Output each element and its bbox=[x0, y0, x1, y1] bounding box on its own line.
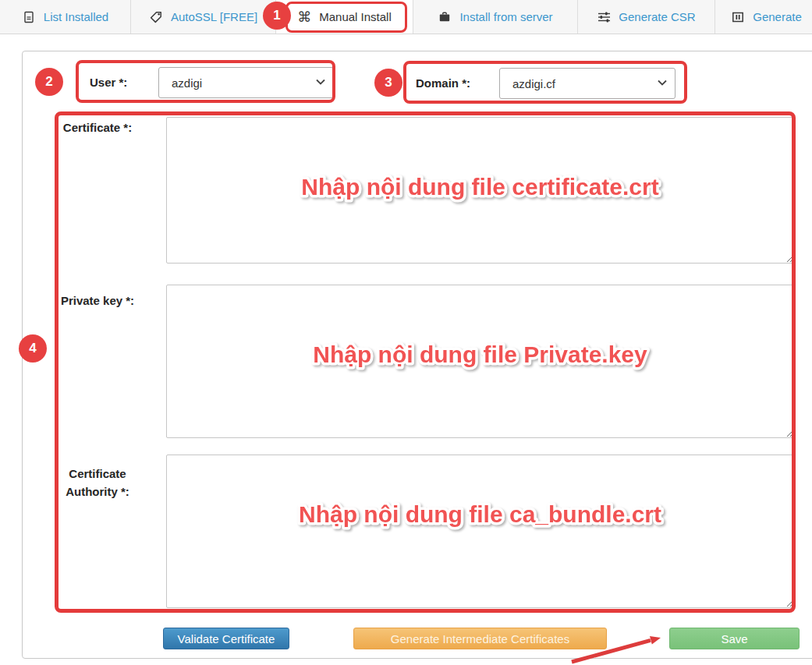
domain-select[interactable]: azdigi.cf bbox=[499, 68, 675, 99]
manual-ssl-install-screen: List Installed AutoSSL [FREE] ⌘ Manual I… bbox=[0, 0, 812, 665]
certificate-authority-label: CertificateAuthority *: bbox=[43, 465, 152, 501]
private-key-textarea[interactable] bbox=[166, 285, 794, 438]
tab-autossl-free[interactable]: AutoSSL [FREE] bbox=[131, 0, 276, 34]
ssl-tab-bar: List Installed AutoSSL [FREE] ⌘ Manual I… bbox=[0, 0, 812, 34]
user-select-wrap: azdigi bbox=[158, 67, 334, 98]
text-size-icon bbox=[731, 10, 745, 24]
sliders-icon bbox=[597, 10, 611, 24]
user-label: User *: bbox=[90, 76, 127, 89]
tag-icon bbox=[149, 10, 163, 24]
certificate-label: Certificate *: bbox=[43, 121, 152, 134]
tab-label: Manual Install bbox=[319, 10, 392, 23]
tab-generate-self-signed[interactable]: Generate bbox=[715, 0, 812, 34]
certificate-authority-textarea[interactable] bbox=[166, 455, 794, 608]
certificate-authority-label-line1: Certificate bbox=[43, 465, 152, 483]
tab-label: Generate CSR bbox=[619, 10, 695, 23]
tab-list-installed[interactable]: List Installed bbox=[0, 0, 131, 34]
tab-label: Generate bbox=[753, 10, 802, 23]
tab-label: List Installed bbox=[44, 10, 108, 23]
command-icon: ⌘ bbox=[297, 10, 311, 24]
private-key-label: Private key *: bbox=[43, 294, 152, 307]
document-icon bbox=[22, 10, 36, 24]
generate-intermediate-certificates-button[interactable]: Generate Intermediate Certificates bbox=[353, 628, 607, 649]
save-button[interactable]: Save bbox=[669, 628, 800, 649]
certificate-textarea[interactable] bbox=[166, 117, 794, 264]
certificate-authority-label-line2: Authority *: bbox=[43, 483, 152, 501]
tab-label: AutoSSL [FREE] bbox=[171, 10, 257, 23]
tab-manual-install[interactable]: ⌘ Manual Install bbox=[276, 0, 413, 34]
tab-generate-csr[interactable]: Generate CSR bbox=[578, 0, 715, 34]
user-select[interactable]: azdigi bbox=[158, 67, 334, 98]
tab-label: Install from server bbox=[459, 10, 552, 23]
validate-certificate-button[interactable]: Validate Certificate bbox=[163, 628, 289, 649]
domain-label: Domain *: bbox=[416, 76, 470, 90]
briefcase-icon bbox=[438, 10, 452, 24]
tab-install-from-server[interactable]: Install from server bbox=[413, 0, 578, 34]
domain-select-wrap: azdigi.cf bbox=[499, 68, 675, 99]
